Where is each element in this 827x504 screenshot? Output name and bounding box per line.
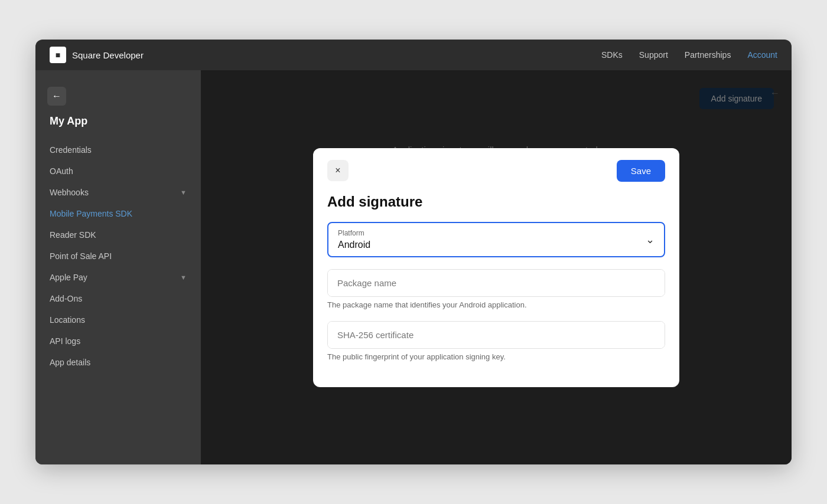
platform-form-group: Platform Android ⌄: [327, 222, 665, 257]
sidebar-item-apple-pay[interactable]: Apple Pay ▼: [35, 267, 201, 288]
select-chevron-icon: ⌄: [646, 233, 655, 246]
platform-select[interactable]: Platform Android ⌄: [327, 222, 665, 257]
sidebar-item-oauth[interactable]: OAuth: [35, 161, 201, 182]
sidebar-item-add-ons[interactable]: Add-Ons: [35, 288, 201, 309]
nav-logo: ■ Square Developer: [50, 47, 144, 63]
sidebar-item-locations[interactable]: Locations: [35, 309, 201, 330]
platform-value: Android: [328, 238, 664, 256]
modal-title: Add signature: [313, 194, 679, 222]
sha-input-wrapper: [327, 321, 665, 349]
nav-link-sdks[interactable]: SDKs: [601, 50, 623, 60]
package-name-input-wrapper: [327, 269, 665, 297]
square-logo-icon: ■: [50, 47, 66, 63]
modal-save-button[interactable]: Save: [617, 160, 665, 182]
sha-hint: The public fingerprint of your applicati…: [327, 352, 665, 361]
app-name: My App: [35, 115, 201, 139]
main-content: ← My App Credentials OAuth Webhooks ▼ Mo…: [35, 70, 792, 464]
add-signature-modal: × Save Add signature Platform Android: [313, 148, 679, 387]
nav-link-partnerships[interactable]: Partnerships: [685, 50, 731, 60]
modal-header: × Save: [313, 148, 679, 194]
content-area: Add signature Application signatures wil…: [201, 70, 792, 464]
browser-window: ■ Square Developer SDKs Support Partners…: [35, 40, 792, 464]
sidebar-item-reader-sdk[interactable]: Reader SDK: [35, 224, 201, 246]
chevron-icon-apple-pay: ▼: [180, 274, 187, 281]
package-name-input[interactable]: [328, 270, 665, 296]
nav-links: SDKs Support Partnerships Account: [601, 50, 777, 60]
sidebar-back: ←: [35, 82, 201, 115]
back-button[interactable]: ←: [47, 87, 66, 106]
sidebar: ← My App Credentials OAuth Webhooks ▼ Mo…: [35, 70, 201, 464]
modal-body: Platform Android ⌄ The package name that…: [313, 222, 679, 387]
sidebar-item-webhooks[interactable]: Webhooks ▼: [35, 182, 201, 203]
modal-overlay[interactable]: × Save Add signature Platform Android: [201, 70, 792, 464]
sidebar-item-api-logs[interactable]: API logs: [35, 330, 201, 352]
top-nav: ■ Square Developer SDKs Support Partners…: [35, 40, 792, 70]
sha-form-group: The public fingerprint of your applicati…: [327, 321, 665, 361]
sidebar-item-app-details[interactable]: App details: [35, 352, 201, 373]
nav-link-support[interactable]: Support: [639, 50, 668, 60]
package-name-form-group: The package name that identifies your An…: [327, 269, 665, 309]
sidebar-item-point-of-sale[interactable]: Point of Sale API: [35, 246, 201, 267]
close-icon: ×: [335, 165, 340, 176]
sidebar-item-mobile-payments[interactable]: Mobile Payments SDK: [35, 203, 201, 224]
nav-link-account[interactable]: Account: [747, 50, 777, 60]
platform-label: Platform: [328, 223, 664, 238]
sha-certificate-input[interactable]: [328, 322, 665, 348]
modal-close-button[interactable]: ×: [327, 160, 349, 181]
package-name-hint: The package name that identifies your An…: [327, 300, 665, 309]
sidebar-item-credentials[interactable]: Credentials: [35, 139, 201, 161]
chevron-icon: ▼: [180, 189, 187, 196]
nav-logo-text: Square Developer: [72, 50, 144, 60]
